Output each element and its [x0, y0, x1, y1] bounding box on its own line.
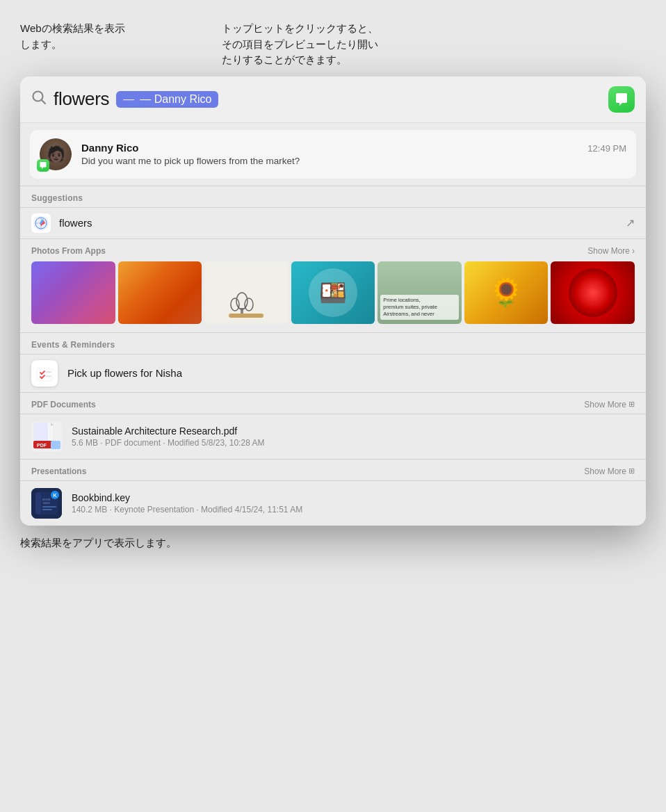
svg-rect-30	[42, 506, 56, 508]
pdf-show-more-button[interactable]: Show More ⊞	[584, 400, 635, 409]
search-bar: flowers — — Danny Rico	[20, 76, 646, 123]
photo-thumb-6[interactable]: 🌻	[464, 261, 549, 324]
presentation-meta: 140.2 MB · Keynote Presentation · Modifi…	[72, 505, 302, 514]
filter-label: — Danny Rico	[140, 93, 211, 106]
annotation-bottom: 検索結果をアプリで表示します。	[20, 535, 646, 551]
pdf-file-icon: PDF	[31, 421, 62, 452]
suggestions-label: Suggestions	[20, 186, 646, 207]
spotlight-window: flowers — — Danny Rico 🧑🏿	[20, 76, 646, 526]
svg-rect-31	[42, 509, 52, 510]
svg-text:K: K	[53, 493, 56, 498]
suggestion-text: flowers	[59, 217, 617, 229]
annotation-top-right: トップヒットをクリックすると、 その項目をプレビューしたり開い たりすることがで…	[222, 21, 646, 68]
suggestion-row[interactable]: flowers ↗	[20, 208, 646, 238]
search-icon	[31, 90, 47, 108]
search-bar-right	[225, 86, 635, 113]
pdf-doc-meta: 5.6 MB · PDF document · Modified 5/8/23,…	[72, 438, 264, 448]
photos-show-more-chevron: ›	[632, 246, 635, 256]
pdf-show-more-icon: ⊞	[628, 400, 635, 409]
svg-point-10	[231, 298, 239, 311]
presentation-name: Bookbind.key	[72, 492, 302, 503]
photos-header: Photos From Apps Show More ›	[20, 239, 646, 261]
svg-rect-13	[37, 368, 52, 381]
pdf-section: PDF Documents Show More ⊞ PDF	[20, 393, 646, 526]
top-hit-name-row: Danny Rico 12:49 PM	[81, 142, 626, 154]
annotation-top-left: Webの検索結果を表示 します。	[20, 21, 201, 52]
reminder-text: Pick up flowers for Nisha	[67, 367, 182, 379]
photo-thumb-4[interactable]: 🍱	[291, 261, 375, 324]
svg-rect-27	[35, 492, 41, 514]
presentations-show-more-button[interactable]: Show More ⊞	[584, 466, 635, 476]
pdf-doc-name: Sustainable Architecture Research.pdf	[72, 425, 264, 437]
presentations-show-more-text: Show More	[584, 466, 626, 476]
top-hit-time: 12:49 PM	[587, 143, 626, 154]
messages-badge-icon	[37, 159, 49, 172]
photos-from-apps-label: Photos From Apps	[31, 246, 106, 256]
top-hit-content: Danny Rico 12:49 PM Did you want me to p…	[81, 142, 626, 166]
bottom-annotation-container: 検索結果をアプリで表示します。	[20, 535, 646, 551]
svg-point-11	[245, 298, 253, 311]
presentation-row[interactable]: BOOK BIND K Bookbind.key 140.2 MB · Keyn…	[20, 481, 646, 526]
search-query-text: flowers	[54, 88, 109, 110]
messages-app-icon[interactable]	[608, 86, 635, 113]
avatar-container: 🧑🏿	[40, 138, 72, 170]
photo-thumb-5[interactable]: Prime locations,premium suites, privateA…	[377, 261, 462, 324]
pdf-show-more-text: Show More	[584, 400, 626, 409]
photo-thumb-2[interactable]	[118, 261, 202, 324]
photos-show-more-text: Show More	[587, 246, 630, 256]
photos-grid: 🍱 Prime locations,premium suites, privat…	[20, 261, 646, 332]
keynote-icon: BOOK BIND K	[31, 488, 62, 519]
svg-text:PDF: PDF	[37, 443, 47, 448]
events-label: Events & Reminders	[20, 333, 646, 354]
svg-rect-12	[229, 314, 263, 318]
photo-thumb-7[interactable]	[551, 261, 635, 324]
top-hit-card[interactable]: 🧑🏿 Danny Rico 12:49 PM Did you want me t…	[30, 130, 636, 179]
presentations-show-more-icon: ⊞	[628, 466, 635, 476]
photos-show-more-button[interactable]: Show More ›	[587, 246, 635, 256]
photo-thumb-3[interactable]	[204, 261, 289, 324]
top-hit-message: Did you want me to pick up flowers from …	[81, 156, 626, 166]
photo-thumb-1[interactable]	[31, 261, 115, 324]
reminder-row[interactable]: Pick up flowers for Nisha	[20, 355, 646, 392]
external-link-icon: ↗	[626, 216, 635, 229]
svg-line-1	[42, 100, 46, 104]
pdf-doc-row[interactable]: PDF Sustainable Architecture Research.pd…	[20, 414, 646, 459]
svg-text:BIND: BIND	[43, 501, 50, 505]
safari-icon	[31, 213, 51, 233]
top-hit-name: Danny Rico	[81, 142, 139, 154]
filter-dash: —	[123, 93, 134, 106]
pdf-documents-label: PDF Documents	[31, 400, 96, 409]
photos-section: Photos From Apps Show More ›	[20, 239, 646, 332]
presentation-content: Bookbind.key 140.2 MB · Keynote Presenta…	[72, 492, 302, 514]
presentations-label: Presentations	[31, 466, 86, 476]
reminders-icon	[31, 360, 58, 387]
top-hit-section: 🧑🏿 Danny Rico 12:49 PM Did you want me t…	[20, 123, 646, 186]
pdf-doc-content: Sustainable Architecture Research.pdf 5.…	[72, 425, 264, 448]
search-filter-badge[interactable]: — — Danny Rico	[116, 91, 218, 108]
svg-rect-24	[51, 441, 60, 449]
